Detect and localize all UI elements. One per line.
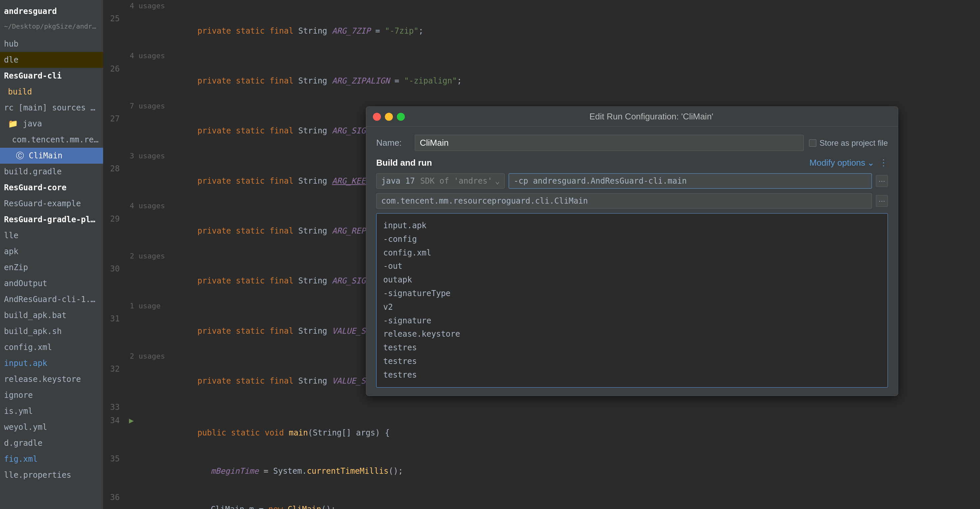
line-code: mBeginTime = System.currentTimeMillis();: [137, 452, 980, 490]
arg-testres-1: testres: [383, 341, 881, 355]
line-number: 31: [103, 312, 126, 350]
line-number: 25: [103, 12, 126, 50]
modify-options-button[interactable]: Modify options ⌄ ⋮: [809, 158, 888, 168]
main-class-expand-button[interactable]: ⋯: [876, 195, 888, 207]
line-code: private static final String ARG_ZIPALIGN…: [137, 62, 980, 100]
sidebar-item-jar[interactable]: AndResGuard-cli-1.2.15.jar: [0, 291, 103, 307]
cp-expand-button[interactable]: ⋯: [876, 175, 888, 187]
sidebar-item-build-sh[interactable]: build_apk.sh: [0, 323, 103, 339]
cp-field[interactable]: -cp andresguard.AndResGuard-cli.main: [509, 173, 872, 189]
modal-titlebar: Edit Run Configuration: 'CliMain': [366, 107, 898, 127]
sidebar-item-lle-properties[interactable]: lle.properties: [0, 467, 103, 483]
line-number: 32: [103, 362, 126, 400]
arg-out-flag: -out: [383, 259, 881, 273]
sidebar-item-lle[interactable]: lle: [0, 227, 103, 243]
sidebar-item-enzip[interactable]: enZip: [0, 259, 103, 275]
line-code: CliMain m = new CliMain();: [137, 490, 980, 509]
sidebar-item-java[interactable]: 📁 java: [0, 116, 103, 132]
table-row: 26 private static final String ARG_ZIPAL…: [103, 62, 980, 100]
line-number: 26: [103, 62, 126, 100]
modal-minimize-button[interactable]: [385, 113, 393, 121]
build-run-title: Build and run: [376, 158, 432, 168]
line-gutter: [126, 262, 137, 300]
java-sdk-label: java 17: [381, 176, 415, 186]
sidebar-project-title: andresguard: [0, 3, 103, 19]
sidebar-item-climain[interactable]: Ⓒ CliMain: [0, 148, 103, 164]
java-sdk-dropdown[interactable]: java 17 SDK of 'andres' ⌄: [376, 173, 504, 189]
modal-maximize-button[interactable]: [397, 113, 405, 121]
sidebar-item-resguard-cli[interactable]: ResGuard-cli: [0, 68, 103, 84]
arg-testres-2: testres: [383, 355, 881, 368]
sidebar-item-apk[interactable]: apk: [0, 243, 103, 259]
sidebar: andresguard ~/Desktop/pkgSize/andresguar…: [0, 0, 103, 509]
line-number: 28: [103, 162, 126, 200]
line-gutter: [126, 162, 137, 200]
table-row: 4 usages: [103, 50, 980, 62]
line-code: public static void main(String[] args) {: [137, 414, 980, 452]
line-gutter: [126, 400, 137, 414]
cp-value: -cp andresguard.AndResGuard-cli.main: [514, 176, 687, 186]
sdk-row: java 17 SDK of 'andres' ⌄ -cp andresguar…: [376, 173, 888, 189]
line-gutter: [126, 312, 137, 350]
line-code: [137, 400, 980, 414]
sidebar-item-release-keystore[interactable]: release.keystore: [0, 371, 103, 387]
name-input[interactable]: [415, 135, 804, 151]
program-args-box[interactable]: input.apk -config config.xml -out outapk…: [376, 213, 888, 388]
modal-body: Name: Store as project file Build and ru…: [366, 127, 898, 396]
line-gutter: [126, 62, 137, 100]
line-code: private static final String ARG_7ZIP = "…: [137, 12, 980, 50]
main-class-input[interactable]: [376, 193, 872, 208]
traffic-lights: [373, 113, 405, 121]
sidebar-item-package[interactable]: com.tencent.mm.resourceproguard.cli: [0, 132, 103, 148]
line-number: 34: [103, 414, 126, 452]
sidebar-item-config-xml[interactable]: config.xml: [0, 339, 103, 355]
sidebar-item-output[interactable]: andOutput: [0, 275, 103, 291]
arg-outapk: outapk: [383, 273, 881, 287]
usage-count: 4 usages: [103, 0, 980, 12]
sidebar-item-build[interactable]: build: [0, 84, 103, 100]
arg-signature-flag: -signature: [383, 314, 881, 328]
line-gutter[interactable]: ▶: [126, 414, 137, 452]
sidebar-item-is-yml[interactable]: is.yml: [0, 403, 103, 419]
line-number: 29: [103, 212, 126, 250]
sidebar-item-weyol-yml[interactable]: weyol.yml: [0, 419, 103, 435]
line-gutter: [126, 362, 137, 400]
line-number: 30: [103, 262, 126, 300]
modal-close-button[interactable]: [373, 113, 381, 121]
more-options-icon: ⋮: [879, 158, 888, 168]
sidebar-item-input-apk[interactable]: input.apk: [0, 355, 103, 371]
sidebar-item-d-gradle[interactable]: d.gradle: [0, 435, 103, 451]
sdk-of-label: SDK of 'andres': [420, 176, 492, 186]
arg-release-keystore: release.keystore: [383, 328, 881, 341]
store-project-checkbox[interactable]: [809, 139, 816, 147]
table-row: 25 private static final String ARG_7ZIP …: [103, 12, 980, 50]
line-number: 35: [103, 452, 126, 490]
sidebar-item-src-main: rc [main] sources root: [0, 100, 103, 116]
sidebar-item-ignore[interactable]: ignore: [0, 387, 103, 403]
sidebar-item-hub[interactable]: hub: [0, 36, 103, 52]
main-class-row: ⋯: [376, 193, 888, 208]
arg-input-apk: input.apk: [383, 219, 881, 232]
line-number: 27: [103, 112, 126, 150]
sidebar-item-fig-xml[interactable]: fig.xml: [0, 451, 103, 467]
sidebar-item-build-gradle[interactable]: build.gradle: [0, 164, 103, 180]
arg-testres-3: testres: [383, 368, 881, 382]
sidebar-item-dle[interactable]: dle: [0, 52, 103, 68]
sidebar-item-resguard-example[interactable]: ResGuard-example: [0, 196, 103, 212]
line-gutter: [126, 212, 137, 250]
line-gutter: [126, 452, 137, 490]
line-gutter: [126, 490, 137, 509]
modal-title: Edit Run Configuration: 'CliMain': [412, 111, 891, 122]
table-row: 33: [103, 400, 980, 414]
build-run-header: Build and run Modify options ⌄ ⋮: [376, 158, 888, 168]
table-row: 4 usages: [103, 0, 980, 12]
sidebar-item-resguard-gradle[interactable]: ResGuard-gradle-plugin: [0, 212, 103, 227]
name-label: Name:: [376, 138, 409, 148]
run-config-modal: Edit Run Configuration: 'CliMain' Name: …: [366, 107, 898, 396]
arg-v2: v2: [383, 301, 881, 314]
modify-options-label: Modify options: [809, 158, 865, 168]
sidebar-item-resguard-core[interactable]: ResGuard-core: [0, 180, 103, 196]
sidebar-path: ~/Desktop/pkgSize/andresguard: [0, 19, 103, 33]
line-number: 36: [103, 490, 126, 509]
sidebar-item-build-bat[interactable]: build_apk.bat: [0, 307, 103, 323]
